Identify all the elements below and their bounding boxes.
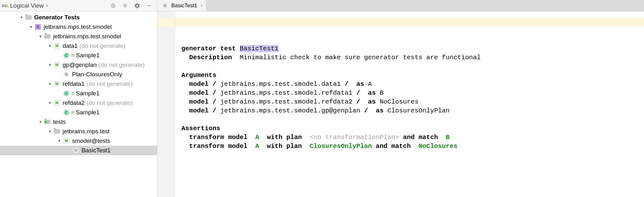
project-header: DSL Logical View ▾ [0, 0, 157, 11]
tree-label: smodel@tests [72, 137, 110, 144]
tree-annotation: (do not generate) [99, 61, 145, 68]
tree-annotation: (do not generate) [80, 42, 126, 49]
concept-icon: C [63, 90, 70, 97]
tree-label: refdata2 [63, 99, 85, 106]
model-icon: M [54, 62, 60, 68]
tree-node-tests-folder[interactable]: ▼ tests [0, 117, 157, 127]
tree-node-plan-closuresonly[interactable]: ▼ N Plan-ClosuresOnly [0, 70, 157, 79]
tab-label: BasicTest1 [171, 3, 197, 9]
badge-icon [71, 54, 75, 57]
editor-tab-bar: N BasicTest1 × [157, 0, 644, 11]
concept-icon: C [63, 52, 70, 59]
folder-icon [25, 14, 32, 21]
concept-icon: C [63, 109, 70, 116]
folder-icon [54, 128, 60, 135]
tree-label: refdata1 [63, 80, 85, 87]
tree-node-refdata2[interactable]: ▼ M refdata2 (do not generate) [0, 98, 157, 108]
badge-icon [71, 92, 75, 95]
gear-icon[interactable] [133, 2, 141, 10]
code-editor[interactable]: generator test BasicTest1 Description Mi… [175, 11, 644, 197]
expand-arrow-icon[interactable]: ▼ [47, 129, 52, 134]
tree-node-refdata1-sample1[interactable]: ▼ C Sample1 [0, 89, 157, 98]
tree-label: Plan-ClosuresOnly [72, 71, 122, 78]
project-tool-window: DSL Logical View ▾ ▼ Generator Tests [0, 0, 157, 197]
editor-area: N BasicTest1 × generator test BasicTest1… [157, 0, 644, 197]
expand-arrow-icon[interactable]: ▼ [47, 82, 52, 86]
tree-label: Sample1 [76, 90, 100, 97]
expand-arrow-icon[interactable]: ▼ [47, 63, 52, 67]
tree-label: data1 [63, 42, 78, 49]
tree-node-solution[interactable]: ▼ S jetbrains.mps.test.smodel [0, 22, 157, 32]
tree-label: jetbrains.mps.test.smodel [53, 33, 121, 40]
model-icon: M [54, 81, 60, 87]
node-icon: N [63, 71, 70, 78]
expand-arrow-icon[interactable]: ▼ [47, 101, 52, 105]
expand-arrow-icon[interactable]: ▼ [38, 120, 43, 124]
tree-annotation: (do not generate) [87, 80, 133, 87]
tree-label: jetbrains.mps.test [63, 128, 110, 135]
tests-folder-icon [44, 119, 51, 125]
tree-label: tests [53, 118, 66, 125]
badge-icon [71, 111, 75, 114]
tree-label: Sample1 [76, 109, 100, 116]
node-icon: N [73, 147, 79, 154]
expand-arrow-icon[interactable]: ▼ [38, 34, 43, 39]
target-icon[interactable] [109, 2, 117, 10]
tree-node-smodel-tests[interactable]: ▼ M smodel@tests [0, 136, 157, 146]
model-icon: M [54, 100, 60, 106]
editor-tab-basictest1[interactable]: N BasicTest1 × [157, 0, 206, 11]
expand-arrow-icon[interactable]: ▼ [19, 15, 24, 20]
project-view-selector[interactable]: Logical View [10, 2, 44, 9]
model-icon: M [63, 138, 70, 144]
tree-node-gp[interactable]: ▼ M gp@genplan (do not generate) [0, 60, 157, 70]
tree-node-refdata1[interactable]: ▼ M refdata1 (do not generate) [0, 79, 157, 89]
tree-label: Generator Tests [34, 14, 80, 21]
model-icon: M [54, 43, 60, 49]
tree-node-basictest1[interactable]: ▼ N BasicTest1 [0, 146, 157, 155]
minimize-icon[interactable] [145, 2, 153, 10]
tree-annotation: (do not generate) [87, 99, 133, 106]
chevron-down-icon[interactable]: ▾ [46, 3, 48, 8]
tree-label: jetbrains.mps.test.smodel [44, 23, 112, 30]
tree-node-tests-pkg[interactable]: ▼ jetbrains.mps.test [0, 127, 157, 136]
tree-node-model-folder[interactable]: ▼ jetbrains.mps.test.smodel [0, 32, 157, 41]
close-icon[interactable]: × [200, 3, 203, 8]
tree-node-data1[interactable]: ▼ M data1 (do not generate) [0, 41, 157, 51]
tree-label: gp@genplan [63, 61, 97, 68]
solution-icon: S [35, 24, 41, 30]
tree-label: Sample1 [76, 52, 100, 59]
expand-arrow-icon[interactable]: ▼ [47, 44, 52, 48]
collapse-all-icon[interactable] [121, 2, 129, 10]
svg-point-1 [113, 5, 114, 6]
tree-node-generator-tests[interactable]: ▼ Generator Tests [0, 13, 157, 22]
expand-arrow-icon[interactable]: ▼ [57, 139, 62, 143]
tree-label: BasicTest1 [82, 147, 111, 154]
editor-gutter [157, 11, 175, 197]
tree-node-data1-sample1[interactable]: ▼ C Sample1 [0, 51, 157, 60]
tree-node-refdata2-sample1[interactable]: ▼ C Sample1 [0, 108, 157, 117]
dsl-icon: DSL [2, 2, 9, 9]
folder-icon [44, 33, 51, 40]
project-tree[interactable]: ▼ Generator Tests ▼ S jetbrains.mps.test… [0, 11, 157, 197]
expand-arrow-icon[interactable]: ▼ [28, 25, 33, 29]
node-icon: N [162, 3, 168, 9]
